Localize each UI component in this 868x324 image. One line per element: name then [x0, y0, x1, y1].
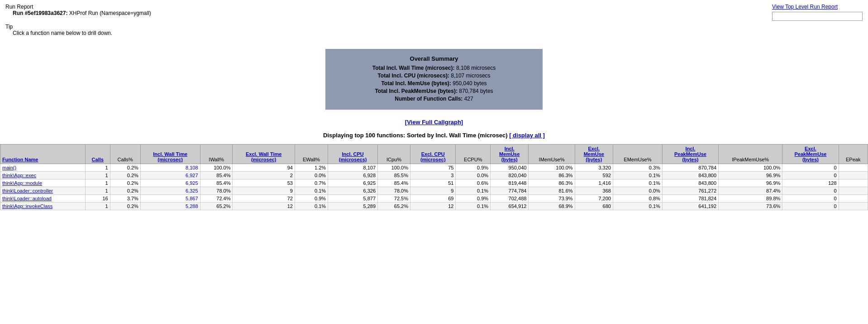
run-description: XHProf Run (Namespace=ygmall): [69, 10, 151, 16]
col-sort-excl-peakmem[interactable]: Excl.PeakMemUse(bytes): [794, 146, 826, 162]
cell-incl-memuse: 820,040: [491, 172, 529, 179]
cell-excl-peakmem: 0: [782, 195, 839, 203]
cell-excl-peakmem: 0: [782, 172, 839, 179]
cell-fn: think\Loader::autoload: [0, 195, 86, 203]
cell-ememuse-pct: 0.3%: [613, 164, 662, 172]
fn-link[interactable]: think\App::invokeClass: [2, 203, 52, 209]
cell-incl-peakmem: 843,800: [662, 172, 718, 179]
col-sort-fn[interactable]: Function Name: [2, 157, 38, 162]
cell-iwall-pct: 65.2%: [200, 203, 233, 210]
summary-title: Overall Summary: [334, 55, 534, 62]
table-row: think\Loader::controller 1 0.2% 6,325 78…: [0, 187, 868, 195]
col-sort-incl-cpu[interactable]: Incl. CPU(microsecs): [339, 151, 367, 162]
fn-link[interactable]: main(): [2, 165, 16, 170]
display-all-link[interactable]: [ display all ]: [509, 132, 545, 139]
cell-ipeakmem-pct: 73.6%: [719, 203, 782, 210]
col-header-calls: Calls: [85, 145, 110, 164]
cell-calls-pct: 0.2%: [110, 179, 140, 187]
cell-ecpu-pct: 0.0%: [456, 172, 491, 179]
overall-summary-box: Overall Summary Total Incl. Wall Time (m…: [325, 49, 543, 110]
col-header-ewall-pct: EWall%: [295, 145, 328, 164]
cell-ememuse-pct: 0.8%: [613, 195, 662, 203]
cell-excl-cpu: 12: [410, 203, 456, 210]
table-row: think\App::invokeClass 1 0.2% 5,288 65.2…: [0, 203, 868, 210]
col-sort-incl-wall[interactable]: Incl. Wall Time(microsec): [153, 151, 187, 162]
summary-value-0: 8,108 microsecs: [456, 65, 496, 71]
cell-calls-pct: 3.7%: [110, 195, 140, 203]
cell-ipeakmem-pct: 96.9%: [719, 172, 782, 179]
fn-link[interactable]: think\Loader::controller: [2, 188, 53, 193]
cell-imemuse-pct: 86.3%: [529, 179, 575, 187]
cell-calls: 1: [85, 172, 110, 179]
cell-fn: think\App::module: [0, 179, 86, 187]
cell-epeak: [839, 195, 868, 203]
cell-ecpu-pct: 0.6%: [456, 179, 491, 187]
col-header-ecpu-pct: ECPU%: [456, 145, 491, 164]
view-full-callgraph-link[interactable]: [View Full Callgraph]: [405, 119, 463, 126]
col-sort-incl-memuse[interactable]: Incl.MemUse(bytes): [499, 146, 520, 162]
cell-incl-peakmem: 870,784: [662, 164, 718, 172]
cell-incl-cpu: 8,107: [328, 164, 378, 172]
cell-ewall-pct: 0.1%: [295, 203, 328, 210]
cell-icpu-pct: 85.5%: [378, 172, 410, 179]
display-info: Displaying top 100 functions: Sorted by …: [0, 132, 868, 139]
cell-excl-memuse: 1,416: [575, 179, 613, 187]
cell-ememuse-pct: 0.0%: [613, 187, 662, 195]
cell-epeak: [839, 179, 868, 187]
cell-fn: think\Loader::controller: [0, 187, 86, 195]
summary-row-1: Total Incl. CPU (microsecs): 8,107 micro…: [334, 73, 534, 79]
cell-epeak: [839, 172, 868, 179]
cell-incl-wall: 8,108: [140, 164, 200, 172]
cell-excl-peakmem: 0: [782, 164, 839, 172]
table-row: main() 1 0.2% 8,108 100.0% 94 1.2% 8,107…: [0, 164, 868, 172]
search-input[interactable]: [772, 12, 863, 21]
cell-iwall-pct: 72.4%: [200, 195, 233, 203]
cell-ememuse-pct: 0.1%: [613, 179, 662, 187]
cell-iwall-pct: 78.0%: [200, 187, 233, 195]
cell-excl-cpu: 9: [410, 187, 456, 195]
col-header-excl-wall: Excl. Wall Time(microsec): [233, 145, 295, 164]
col-header-incl-cpu: Incl. CPU(microsecs): [328, 145, 378, 164]
col-header-imemuse-pct: IMemUse%: [529, 145, 575, 164]
col-header-fn: Function Name: [0, 145, 86, 164]
fn-link[interactable]: think\Loader::autoload: [2, 196, 52, 201]
col-sort-incl-peakmem[interactable]: Incl.PeakMemUse(bytes): [674, 146, 706, 162]
cell-ewall-pct: 0.0%: [295, 172, 328, 179]
cell-excl-memuse: 368: [575, 187, 613, 195]
cell-incl-memuse: 654,912: [491, 203, 529, 210]
cell-ewall-pct: 0.7%: [295, 179, 328, 187]
top-right-panel: View Top Level Run Report: [772, 4, 863, 21]
cell-incl-memuse: 819,448: [491, 179, 529, 187]
cell-calls-pct: 0.2%: [110, 164, 140, 172]
col-sort-calls[interactable]: Calls: [92, 157, 104, 162]
fn-link[interactable]: think\App::module: [2, 180, 42, 186]
summary-label-1: Total Incl. CPU (microsecs):: [377, 73, 449, 79]
summary-label-0: Total Incl. Wall Time (microsec):: [372, 65, 455, 71]
table-body: main() 1 0.2% 8,108 100.0% 94 1.2% 8,107…: [0, 164, 868, 210]
cell-calls-pct: 0.2%: [110, 172, 140, 179]
fn-link[interactable]: think\App::exec: [2, 173, 36, 178]
cell-excl-memuse: 592: [575, 172, 613, 179]
cell-excl-cpu: 69: [410, 195, 456, 203]
col-sort-excl-wall[interactable]: Excl. Wall Time(microsec): [246, 151, 281, 162]
col-header-ememuse-pct: EMemUse%: [613, 145, 662, 164]
col-sort-excl-memuse[interactable]: Excl.MemUse(bytes): [584, 146, 604, 162]
cell-imemuse-pct: 81.6%: [529, 187, 575, 195]
cell-ememuse-pct: 0.1%: [613, 203, 662, 210]
cell-excl-peakmem: 0: [782, 187, 839, 195]
col-sort-excl-cpu[interactable]: Excl. CPU(microsec): [420, 151, 446, 162]
summary-label-4: Number of Function Calls:: [395, 96, 463, 102]
cell-epeak: [839, 187, 868, 195]
cell-imemuse-pct: 86.3%: [529, 172, 575, 179]
cell-iwall-pct: 85.4%: [200, 179, 233, 187]
cell-incl-memuse: 774,784: [491, 187, 529, 195]
display-text: Displaying top 100 functions: Sorted by …: [323, 132, 507, 139]
cell-incl-wall: 6,927: [140, 172, 200, 179]
summary-label-2: Total Incl. MemUse (bytes):: [381, 80, 451, 87]
summary-value-2: 950,040 bytes: [453, 80, 486, 87]
cell-excl-wall: 9: [233, 187, 295, 195]
view-top-level-link[interactable]: View Top Level Run Report: [772, 4, 838, 10]
cell-ecpu-pct: 0.9%: [456, 164, 491, 172]
cell-calls: 1: [85, 164, 110, 172]
cell-calls-pct: 0.2%: [110, 203, 140, 210]
